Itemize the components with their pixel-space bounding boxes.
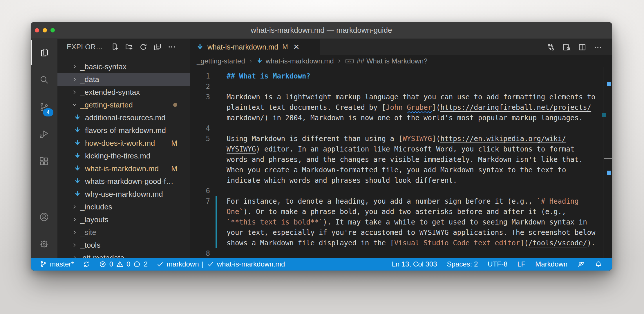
code-line[interactable]: shows a Markdown file displayed in the [… — [190, 238, 612, 248]
code-line[interactable]: 8 — [190, 248, 612, 258]
check-icon — [156, 260, 164, 268]
sync-status[interactable] — [83, 260, 90, 268]
tree-folder--tools[interactable]: _tools — [57, 239, 190, 251]
modified-badge: M — [171, 165, 177, 173]
new-file-icon[interactable] — [111, 43, 119, 51]
close-tab-icon[interactable]: ✕ — [293, 43, 300, 52]
tree-file-what-is-markdown-md[interactable]: what-is-markdown.mdM — [57, 162, 190, 175]
encoding[interactable]: UTF-8 — [488, 260, 507, 268]
branch-status[interactable]: master* — [39, 260, 74, 268]
line-number — [190, 144, 210, 154]
close-window-button[interactable] — [35, 28, 39, 32]
tree-item-label: how-does-it-work.md — [85, 139, 155, 148]
tree-item-label: additional-resources.md — [85, 113, 165, 122]
sync-icon — [83, 260, 90, 268]
collapse-folders-icon[interactable] — [153, 43, 162, 51]
activity-run-debug[interactable] — [31, 121, 57, 148]
breadcrumb-file[interactable]: what-is-markdown.md — [266, 57, 334, 65]
code-line[interactable]: 3Markdown is a lightweight markup langua… — [190, 92, 612, 102]
modified-line-bar — [216, 196, 217, 207]
code-line[interactable]: When you create a Markdown-formatted fil… — [190, 165, 612, 175]
window-title: what-is-markdown.md — markdown-guide — [251, 26, 392, 35]
line-number: 5 — [190, 134, 210, 144]
overview-ruler-mark — [607, 171, 611, 175]
zoom-window-button[interactable] — [50, 28, 55, 32]
new-folder-icon[interactable] — [125, 43, 133, 51]
open-preview-icon[interactable] — [562, 43, 571, 52]
tree-file-flavors-of-markdown-md[interactable]: flavors-of-markdown.md — [57, 124, 190, 137]
tree-file-whats-markdown-good-for-[interactable]: whats-markdown-good-for… — [57, 175, 190, 188]
code-line[interactable]: 5Using Markdown is different than using … — [190, 134, 612, 144]
code-line[interactable]: your text, especially if you're accustom… — [190, 227, 612, 238]
tree-folder--getting-started[interactable]: _getting-started — [57, 98, 190, 111]
explorer-sidebar: EXPLOR… _basic-syntax_data_extended-synt… — [57, 39, 190, 258]
tree-file-kicking-the-tires-md[interactable]: kicking-the-tires.md — [57, 149, 190, 162]
chevron-right-icon — [71, 63, 78, 70]
search-icon — [39, 74, 49, 85]
code-line[interactable]: 7For instance, to denote a heading, you … — [190, 196, 612, 207]
code-line[interactable]: markdown/) in 2004, Markdown is now one … — [190, 113, 612, 123]
minimize-window-button[interactable] — [43, 28, 47, 32]
bell-icon[interactable] — [595, 260, 602, 268]
code-line[interactable]: 6 — [190, 186, 612, 196]
tab-what-is-markdown[interactable]: what-is-markdown.md M ✕ — [190, 39, 320, 55]
chevron-down-icon — [71, 102, 78, 108]
code-text: For instance, to denote a heading, you a… — [227, 196, 579, 207]
tree-item-label: whats-markdown-good-for… — [85, 177, 177, 186]
line-number: 2 — [190, 81, 210, 92]
info-icon — [133, 260, 141, 268]
tree-folder--extended-syntax[interactable]: _extended-syntax — [57, 86, 190, 98]
tree-file-why-use-markdown-md[interactable]: why-use-markdown.md — [57, 188, 190, 200]
tree-folder--includes[interactable]: _includes — [57, 200, 190, 213]
line-number — [190, 238, 210, 248]
eol-sequence[interactable]: LF — [517, 260, 525, 268]
breadcrumb-symbol[interactable]: ## What is Markdown? — [357, 57, 428, 65]
line-number — [190, 102, 210, 113]
modified-line-bar — [216, 227, 217, 238]
activity-source-control[interactable]: 4 — [31, 93, 57, 121]
tree-folder--basic-syntax[interactable]: _basic-syntax — [57, 60, 190, 73]
tree-file-how-does-it-work-md[interactable]: how-does-it-work.mdM — [57, 137, 190, 149]
markdown-file-icon — [74, 165, 81, 172]
activity-settings[interactable] — [31, 231, 57, 258]
code-line[interactable]: 1## What is Markdown? — [190, 71, 612, 81]
more-editor-actions-icon[interactable] — [594, 43, 602, 52]
breadcrumb-folder[interactable]: _getting-started — [197, 57, 245, 65]
feedback-icon[interactable] — [577, 260, 585, 268]
indentation[interactable]: Spaces: 2 — [447, 260, 478, 268]
modified-line-bar — [216, 238, 217, 248]
problems-status[interactable]: 0 0 2 — [99, 260, 148, 268]
open-changes-icon[interactable] — [547, 43, 555, 52]
code-line[interactable]: `**this text is bold**`). It may take a … — [190, 217, 612, 227]
title-bar[interactable]: what-is-markdown.md — markdown-guide — [31, 22, 612, 39]
vscode-window: what-is-markdown.md — markdown-guide 4 — [31, 22, 612, 271]
activity-extensions[interactable] — [31, 148, 57, 175]
activity-bar: 4 — [31, 39, 57, 258]
line-number — [190, 154, 210, 165]
tree-folder--data[interactable]: _data — [57, 73, 190, 86]
cursor-position[interactable]: Ln 13, Col 303 — [392, 260, 437, 268]
tree-item-label: kicking-the-tires.md — [85, 151, 150, 160]
tree-file-additional-resources-md[interactable]: additional-resources.md — [57, 111, 190, 124]
chevron-right-icon — [71, 229, 78, 236]
code-line[interactable]: 4 — [190, 123, 612, 134]
editor-content[interactable]: 1## What is Markdown?23Markdown is a lig… — [190, 67, 612, 258]
refresh-icon[interactable] — [139, 43, 148, 51]
code-line[interactable]: One`). Or to make a phrase bold, you add… — [190, 207, 612, 217]
more-actions-icon[interactable] — [167, 43, 176, 51]
tree-folder--git-metadata[interactable]: .git-metadata — [57, 251, 190, 258]
code-line[interactable]: plaintext text documents. Created by [Jo… — [190, 102, 612, 113]
split-editor-icon[interactable] — [578, 43, 587, 52]
code-line[interactable]: WYSIWYG) editor. In an application like … — [190, 144, 612, 154]
markdown-file-icon — [74, 178, 81, 185]
code-line[interactable]: words and phrases, and the changes are v… — [190, 154, 612, 165]
code-line[interactable]: 2 — [190, 81, 612, 92]
language-mode[interactable]: Markdown — [535, 260, 567, 268]
tree-folder--site[interactable]: _site — [57, 226, 190, 239]
tree-folder--layouts[interactable]: _layouts — [57, 213, 190, 226]
lint-status[interactable]: markdown | what-is-markdown.md — [156, 260, 285, 268]
activity-accounts[interactable] — [31, 203, 57, 231]
activity-explorer[interactable] — [31, 39, 57, 66]
code-line[interactable]: indicate which words and phrases should … — [190, 175, 612, 186]
activity-search[interactable] — [31, 66, 57, 93]
